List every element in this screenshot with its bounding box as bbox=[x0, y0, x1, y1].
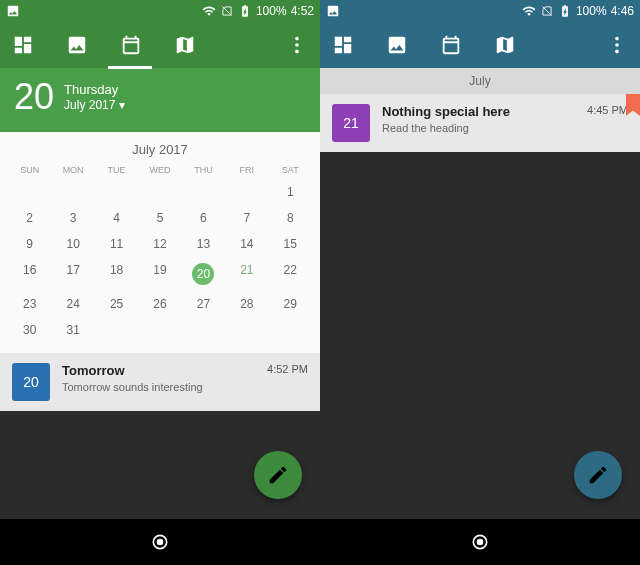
calendar-day[interactable]: 17 bbox=[51, 257, 94, 291]
map-icon[interactable] bbox=[494, 34, 516, 56]
dashboard-icon[interactable] bbox=[332, 34, 354, 56]
calendar-dow: THU bbox=[182, 161, 225, 179]
svg-point-2 bbox=[295, 50, 299, 54]
calendar-day[interactable]: 18 bbox=[95, 257, 138, 291]
calendar-dow: FRI bbox=[225, 161, 268, 179]
calendar-month-title: July 2017 bbox=[8, 138, 312, 161]
calendar-icon[interactable] bbox=[120, 34, 142, 56]
calendar-day[interactable]: 14 bbox=[225, 231, 268, 257]
event-subtitle: Read the heading bbox=[382, 122, 575, 134]
calendar-dow: SAT bbox=[269, 161, 312, 179]
svg-point-10 bbox=[477, 539, 484, 546]
no-sim-icon bbox=[220, 4, 234, 18]
phone-right-teal: 100% 4:46 July 21 Nothing special here R… bbox=[320, 0, 640, 565]
calendar-day[interactable]: 10 bbox=[51, 231, 94, 257]
calendar-day[interactable]: 27 bbox=[182, 291, 225, 317]
calendar-icon[interactable] bbox=[440, 34, 462, 56]
svg-point-8 bbox=[615, 50, 619, 54]
calendar-day[interactable]: 22 bbox=[269, 257, 312, 291]
picture-icon[interactable] bbox=[386, 34, 408, 56]
bookmark-icon bbox=[626, 94, 640, 116]
event-time: 4:45 PM bbox=[587, 104, 628, 116]
picture-icon[interactable] bbox=[66, 34, 88, 56]
home-icon[interactable] bbox=[150, 532, 170, 552]
calendar-day[interactable]: 23 bbox=[8, 291, 51, 317]
picture-icon bbox=[6, 4, 20, 18]
calendar-day[interactable]: 11 bbox=[95, 231, 138, 257]
toolbar bbox=[320, 22, 640, 68]
calendar-day[interactable]: 12 bbox=[138, 231, 181, 257]
tab-indicator bbox=[108, 66, 152, 69]
no-sim-icon bbox=[540, 4, 554, 18]
event-subtitle: Tomorrow sounds interesting bbox=[62, 381, 255, 393]
calendar-day[interactable]: 6 bbox=[182, 205, 225, 231]
event-title: Tomorrow bbox=[62, 363, 255, 378]
calendar-day[interactable]: 5 bbox=[138, 205, 181, 231]
calendar-day[interactable]: 2 bbox=[8, 205, 51, 231]
event-card[interactable]: 21 Nothing special here Read the heading… bbox=[320, 94, 640, 152]
calendar-day[interactable]: 28 bbox=[225, 291, 268, 317]
recent-icon[interactable] bbox=[257, 532, 277, 552]
calendar-day[interactable]: 13 bbox=[182, 231, 225, 257]
battery-charging-icon bbox=[238, 4, 252, 18]
more-vert-icon[interactable] bbox=[606, 34, 628, 56]
header-weekday: Thursday bbox=[64, 82, 125, 98]
calendar-day[interactable]: 19 bbox=[138, 257, 181, 291]
wifi-icon bbox=[202, 4, 216, 18]
calendar-day[interactable]: 24 bbox=[51, 291, 94, 317]
battery-percent: 100% bbox=[576, 4, 607, 18]
back-icon[interactable] bbox=[363, 532, 383, 552]
phone-left-green: 100% 4:52 20 Thursday July 2017 ▾ July 2… bbox=[0, 0, 320, 565]
calendar-day[interactable]: 31 bbox=[51, 317, 94, 343]
calendar-day[interactable]: 21 bbox=[225, 257, 268, 291]
calendar-day[interactable]: 4 bbox=[95, 205, 138, 231]
dashboard-icon[interactable] bbox=[12, 34, 34, 56]
clock: 4:46 bbox=[611, 4, 634, 18]
svg-point-7 bbox=[615, 43, 619, 47]
fab-new-event[interactable] bbox=[574, 451, 622, 499]
recent-icon[interactable] bbox=[577, 532, 597, 552]
picture-icon bbox=[326, 4, 340, 18]
svg-point-6 bbox=[615, 37, 619, 41]
svg-rect-5 bbox=[261, 536, 273, 548]
header-month-dropdown[interactable]: July 2017 ▾ bbox=[64, 98, 125, 112]
calendar-day[interactable]: 26 bbox=[138, 291, 181, 317]
status-bar: 100% 4:46 bbox=[320, 0, 640, 22]
battery-charging-icon bbox=[558, 4, 572, 18]
calendar-grid: July 2017 SUNMONTUEWEDTHUFRISAT 12345678… bbox=[0, 132, 320, 353]
calendar-day[interactable]: 29 bbox=[269, 291, 312, 317]
event-time: 4:52 PM bbox=[267, 363, 308, 375]
calendar-dow: MON bbox=[51, 161, 94, 179]
calendar-day[interactable]: 20 bbox=[182, 257, 225, 291]
event-title: Nothing special here bbox=[382, 104, 575, 119]
calendar-day[interactable]: 7 bbox=[225, 205, 268, 231]
nav-bar bbox=[320, 519, 640, 565]
calendar-day[interactable]: 8 bbox=[269, 205, 312, 231]
nav-bar bbox=[0, 519, 320, 565]
status-bar: 100% 4:52 bbox=[0, 0, 320, 22]
calendar-day[interactable]: 30 bbox=[8, 317, 51, 343]
home-icon[interactable] bbox=[470, 532, 490, 552]
back-icon[interactable] bbox=[43, 532, 63, 552]
svg-point-1 bbox=[295, 43, 299, 47]
event-date-chip: 21 bbox=[332, 104, 370, 142]
date-header[interactable]: 20 Thursday July 2017 ▾ bbox=[0, 68, 320, 132]
clock: 4:52 bbox=[291, 4, 314, 18]
month-section-header: July bbox=[320, 68, 640, 94]
svg-point-4 bbox=[157, 539, 164, 546]
calendar-day[interactable]: 16 bbox=[8, 257, 51, 291]
header-day-number: 20 bbox=[14, 76, 54, 118]
calendar-day[interactable]: 3 bbox=[51, 205, 94, 231]
event-date-chip: 20 bbox=[12, 363, 50, 401]
map-icon[interactable] bbox=[174, 34, 196, 56]
calendar-day[interactable]: 9 bbox=[8, 231, 51, 257]
pencil-icon bbox=[267, 464, 289, 486]
battery-percent: 100% bbox=[256, 4, 287, 18]
calendar-day[interactable]: 15 bbox=[269, 231, 312, 257]
calendar-day[interactable]: 1 bbox=[269, 179, 312, 205]
event-card[interactable]: 20 Tomorrow Tomorrow sounds interesting … bbox=[0, 353, 320, 411]
svg-point-0 bbox=[295, 37, 299, 41]
more-vert-icon[interactable] bbox=[286, 34, 308, 56]
fab-new-event[interactable] bbox=[254, 451, 302, 499]
calendar-day[interactable]: 25 bbox=[95, 291, 138, 317]
